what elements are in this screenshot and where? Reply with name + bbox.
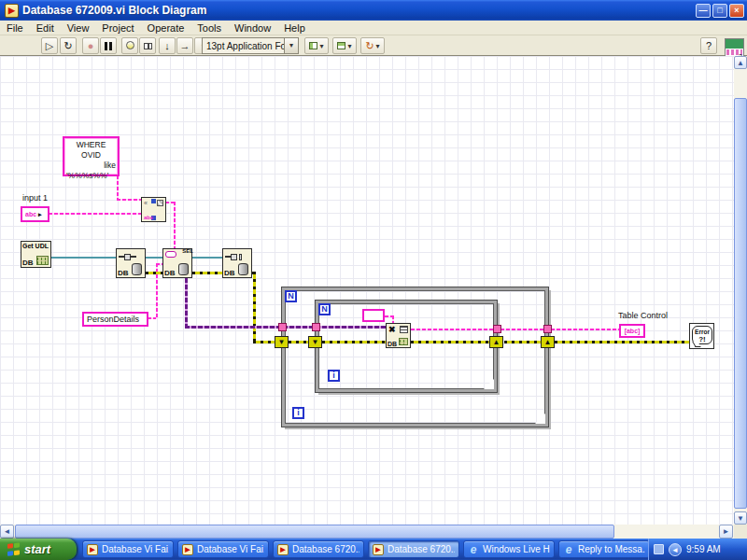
tunnel[interactable]: [543, 325, 552, 333]
menu-view[interactable]: View: [61, 21, 96, 35]
font-selector[interactable]: 13pt Application Font ▾: [202, 37, 299, 54]
menu-help[interactable]: Help: [277, 21, 312, 35]
db-open-connection-node[interactable]: DB: [116, 248, 146, 278]
wire-error[interactable]: [411, 341, 490, 343]
hide-icons-button[interactable]: ◄: [669, 543, 682, 556]
pause-button[interactable]: [100, 37, 117, 54]
close-button[interactable]: ×: [729, 4, 744, 18]
format-into-string-node[interactable]: « abc: [141, 197, 166, 222]
wire-error[interactable]: [146, 272, 162, 274]
menu-project[interactable]: Project: [95, 21, 140, 35]
wire-error[interactable]: [555, 341, 690, 343]
distribute-objects-button[interactable]: ▾: [332, 37, 357, 54]
highlight-execution-button[interactable]: [121, 37, 138, 54]
shift-register-left[interactable]: ▼: [275, 336, 289, 348]
inner-loop-iteration-terminal[interactable]: i: [328, 370, 340, 382]
taskbar-button-label: Database 6720...: [292, 544, 359, 554]
abort-button[interactable]: ●: [82, 37, 99, 54]
step-into-button[interactable]: ↓: [159, 37, 176, 54]
retain-wire-values-button[interactable]: [139, 37, 156, 54]
shift-up-icon: ▲: [493, 338, 500, 346]
abc-array-glyph: [abc]: [625, 328, 641, 334]
taskbar-button-active[interactable]: ▶ Database 6720...: [368, 540, 459, 558]
reorder-objects-button[interactable]: ↻▾: [360, 37, 385, 54]
wire-error[interactable]: [504, 341, 541, 343]
wire-error[interactable]: [192, 272, 222, 274]
tunnel[interactable]: [493, 325, 501, 333]
context-help-button[interactable]: ?: [700, 37, 717, 54]
wire-string-where[interactable]: [117, 175, 119, 201]
wire-error[interactable]: [322, 341, 386, 343]
align-objects-button[interactable]: ▾: [304, 37, 329, 54]
shift-register-right[interactable]: ▲: [489, 336, 503, 348]
scroll-down-button[interactable]: ▼: [734, 511, 747, 525]
wire-connection[interactable]: [50, 257, 116, 259]
input1-label[interactable]: input 1: [22, 193, 48, 203]
resize-corner-icon[interactable]: [535, 413, 545, 424]
wire-connection[interactable]: [192, 257, 222, 259]
taskbar-clock: 9:59 AM: [686, 544, 721, 554]
run-continuous-button[interactable]: ↻: [60, 37, 77, 54]
get-udl-node[interactable]: Get UDL DB: [21, 241, 51, 268]
horizontal-scroll-thumb[interactable]: [15, 525, 614, 539]
where-string-constant[interactable]: WHERE OVID like '%%%s%%': [63, 136, 120, 176]
chevron-down-icon: ▾: [319, 42, 323, 50]
taskbar-button[interactable]: ▶ Database Vi Fai...: [177, 540, 269, 558]
start-button[interactable]: start: [0, 539, 77, 560]
db-close-connection-node[interactable]: DB: [222, 248, 252, 278]
inner-loop-count-terminal[interactable]: N: [318, 303, 331, 315]
list-icon: [400, 326, 408, 333]
wire-string-input1[interactable]: [49, 213, 142, 215]
output-arrow-icon: ▸: [38, 211, 42, 218]
menu-tools[interactable]: Tools: [190, 21, 228, 35]
udl-grid-icon: [36, 256, 49, 265]
menu-window[interactable]: Window: [228, 21, 277, 35]
internet-explorer-icon: e: [468, 544, 479, 555]
chevron-down-icon[interactable]: ▾: [284, 38, 298, 53]
shift-register-right[interactable]: ▲: [541, 336, 555, 348]
step-over-button[interactable]: →: [176, 37, 193, 54]
format-pattern-icon: [157, 200, 163, 206]
constant-line: like: [66, 161, 116, 171]
wire-string-output[interactable]: [411, 329, 621, 330]
db-variant-to-data-node[interactable]: ✖ DB: [386, 323, 411, 348]
database-cylinder-icon: [178, 263, 189, 275]
empty-string-constant[interactable]: [362, 309, 385, 322]
scroll-up-button[interactable]: ▲: [734, 56, 747, 69]
menu-operate[interactable]: Operate: [141, 21, 191, 35]
scroll-right-button[interactable]: ►: [719, 525, 733, 539]
tunnel[interactable]: [312, 323, 320, 331]
menu-edit[interactable]: Edit: [30, 21, 61, 35]
maximize-button[interactable]: □: [712, 4, 727, 18]
simple-error-handler-node[interactable]: Error ?!: [689, 323, 714, 349]
db-select-data-node[interactable]: SEL DB: [162, 248, 192, 278]
wire-error[interactable]: [253, 272, 256, 342]
minimize-button[interactable]: —: [696, 4, 711, 18]
taskbar-button[interactable]: e Reply to Messa...: [558, 540, 650, 558]
wire-string-where[interactable]: [117, 199, 143, 201]
scroll-left-button[interactable]: ◄: [0, 525, 14, 539]
taskbar-button[interactable]: ▶ Database Vi Fai...: [82, 540, 174, 558]
shift-register-left[interactable]: ▼: [308, 336, 322, 348]
run-button[interactable]: ▷: [41, 37, 58, 54]
table-control-label[interactable]: Table Control: [618, 311, 668, 320]
outer-loop-iteration-terminal[interactable]: i: [292, 407, 304, 419]
resize-corner-icon[interactable]: [484, 379, 494, 389]
wire-recordset[interactable]: [185, 278, 188, 328]
menu-file[interactable]: File: [0, 21, 30, 35]
vertical-scroll-thumb[interactable]: [734, 98, 747, 509]
tunnel[interactable]: [278, 323, 287, 331]
wire-probe-icon: [144, 43, 152, 49]
input1-terminal[interactable]: abc ▸: [21, 206, 49, 222]
outer-loop-count-terminal[interactable]: N: [285, 290, 297, 302]
taskbar-button[interactable]: ▶ Database 6720...: [273, 540, 364, 558]
wire-string-format-out[interactable]: [174, 202, 176, 248]
sel-tag: SEL: [182, 248, 193, 254]
tray-icon[interactable]: [654, 544, 664, 554]
table-control-terminal[interactable]: [abc]: [619, 324, 645, 338]
person-details-constant[interactable]: PersonDetails: [82, 312, 148, 327]
taskbar-button[interactable]: e Windows Live H...: [463, 540, 555, 558]
wire-connection[interactable]: [146, 257, 162, 259]
distribute-objects-icon: [337, 42, 345, 49]
labview-icon: ▶: [373, 544, 384, 555]
